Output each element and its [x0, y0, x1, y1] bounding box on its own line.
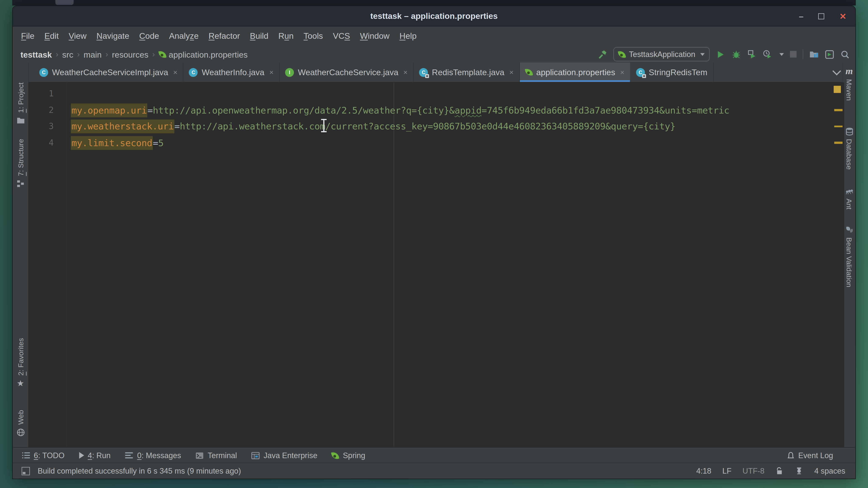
- profiler-button[interactable]: [762, 50, 772, 59]
- tool-button-terminal[interactable]: Terminal: [195, 451, 237, 460]
- tool-window-toggle-icon[interactable]: [22, 466, 30, 475]
- window-title: testtask – application.properties: [13, 6, 855, 26]
- menu-refactor[interactable]: Refactor: [204, 26, 245, 46]
- scrollbar-warning-mark[interactable]: [834, 125, 843, 127]
- tool-button-ant[interactable]: Ant: [843, 186, 855, 209]
- chevron-down-icon: [700, 53, 705, 56]
- close-icon[interactable]: ×: [509, 68, 514, 76]
- messages-icon: [125, 451, 133, 459]
- tool-button-structure[interactable]: 7: Structure: [13, 139, 28, 188]
- menu-help[interactable]: Help: [395, 26, 422, 46]
- maximize-button[interactable]: [818, 12, 825, 20]
- build-hammer-icon[interactable]: [598, 50, 607, 59]
- tab-weathercacheserviceimpl[interactable]: C WeatherCacheServiceImpl.java ×: [34, 63, 183, 82]
- unlock-icon[interactable]: [776, 466, 784, 475]
- scrollbar-warning-mark[interactable]: [834, 109, 843, 111]
- breadcrumb-file[interactable]: application.properties: [159, 50, 248, 59]
- breadcrumb-separator: ›: [77, 50, 80, 59]
- menu-build[interactable]: Build: [245, 26, 273, 46]
- run-play-icon: [79, 452, 84, 459]
- tool-button-todo[interactable]: 6: TODO: [22, 451, 64, 460]
- tab-weatherinfo[interactable]: C WeatherInfo.java ×: [184, 63, 280, 82]
- menu-tools[interactable]: Tools: [299, 26, 328, 46]
- right-tool-stripe: m Maven Database Ant Bean Validation: [843, 63, 855, 448]
- inspections-indicator[interactable]: [834, 86, 841, 93]
- close-icon[interactable]: ×: [620, 68, 624, 76]
- scrollbar-warning-mark[interactable]: [834, 142, 843, 143]
- breadcrumb-resources[interactable]: resources: [112, 50, 148, 59]
- search-everywhere-icon[interactable]: [840, 50, 849, 59]
- menu-vcs[interactable]: VCS: [328, 26, 355, 46]
- breadcrumb-main[interactable]: main: [84, 50, 102, 59]
- tool-button-spring[interactable]: Spring: [332, 451, 365, 460]
- project-layout-icon[interactable]: [809, 50, 818, 59]
- spring-icon: [331, 451, 339, 459]
- menu-run[interactable]: Run: [273, 26, 299, 46]
- property-key: my.weatherstack.uri: [71, 120, 174, 133]
- breadcrumb: testtask › src › main › resources › appl…: [21, 46, 248, 63]
- tool-button-web[interactable]: Web: [13, 410, 28, 437]
- editor-line-3: 3 my.weatherstack.uri=http://api.weather…: [28, 119, 844, 135]
- breadcrumb-project[interactable]: testtask: [21, 50, 52, 59]
- status-message[interactable]: Build completed successfully in 6 s 345 …: [38, 466, 241, 475]
- hector-inspections-icon[interactable]: [795, 466, 803, 475]
- menu-file[interactable]: File: [16, 26, 39, 46]
- minimize-button[interactable]: –: [799, 12, 804, 20]
- run-anything-terminal-icon[interactable]: [825, 50, 834, 59]
- left-tool-stripe: 1: Project 7: Structure 2: Favorites ★ W…: [13, 63, 29, 448]
- tool-button-favorites[interactable]: 2: Favorites ★: [13, 338, 28, 388]
- hidden-tabs-button[interactable]: [829, 63, 844, 82]
- line-separator-widget[interactable]: LF: [722, 466, 732, 475]
- event-log-button[interactable]: Event Log: [786, 451, 833, 460]
- terminal-icon: [195, 451, 204, 459]
- breadcrumb-src[interactable]: src: [62, 50, 73, 59]
- spring-file-icon: [158, 50, 166, 58]
- tool-button-java-enterprise[interactable]: Java Enterprise: [251, 451, 317, 460]
- maven-icon: m: [845, 67, 854, 76]
- tab-stringredistemplate[interactable]: C StringRedisTem: [630, 63, 714, 82]
- run-button[interactable]: [716, 50, 725, 59]
- run-configuration-select[interactable]: TesttaskApplication: [614, 47, 710, 61]
- caret-position-widget[interactable]: 4:18: [696, 466, 711, 475]
- tool-button-messages[interactable]: 0: Messages: [125, 451, 181, 460]
- tab-application-properties-active[interactable]: application.properties ×: [520, 63, 630, 82]
- stop-button-disabled: [790, 51, 797, 57]
- editor-tab-bar: C WeatherCacheServiceImpl.java × C Weath…: [28, 63, 844, 83]
- menu-navigate[interactable]: Navigate: [92, 26, 134, 46]
- tool-button-database[interactable]: Database: [843, 127, 855, 170]
- desktop-top-strip: [12, 0, 856, 5]
- tool-button-bean-validation[interactable]: Bean Validation: [843, 225, 855, 287]
- status-widgets: 4:18 LF UTF-8 4 spaces: [696, 466, 845, 475]
- profiler-dropdown-chevron-icon[interactable]: [779, 53, 784, 56]
- menu-window[interactable]: Window: [355, 26, 394, 46]
- titlebar[interactable]: testtask – application.properties – ✕: [13, 6, 855, 27]
- editor-line-4: 4 my.limit.second=5: [28, 135, 844, 151]
- tool-button-project[interactable]: 1: Project: [13, 83, 28, 125]
- menu-view[interactable]: View: [64, 26, 92, 46]
- breadcrumb-separator: ›: [152, 50, 155, 59]
- editor-pane[interactable]: 1 2 my.openmap.uri=http://api.openweathe…: [28, 83, 844, 448]
- mouse-ibeam-cursor: [320, 119, 327, 132]
- run-with-coverage-button[interactable]: [747, 50, 756, 59]
- line-number: 3: [28, 119, 54, 135]
- close-icon[interactable]: ×: [173, 68, 177, 76]
- tab-weathercacheservice[interactable]: I WeatherCacheService.java ×: [280, 63, 414, 82]
- tab-redistemplate[interactable]: C RedisTemplate.java ×: [414, 63, 520, 82]
- tool-button-run[interactable]: 4: Run: [79, 451, 111, 460]
- ant-icon: [845, 186, 854, 195]
- menu-edit[interactable]: Edit: [39, 26, 64, 46]
- encoding-widget[interactable]: UTF-8: [743, 466, 765, 475]
- menu-code[interactable]: Code: [134, 26, 164, 46]
- toolbar-separator: [803, 49, 803, 59]
- debug-button[interactable]: [731, 50, 741, 59]
- tool-window-bar: 6: TODO 4: Run 0: Messages Terminal: [13, 447, 855, 463]
- indent-widget[interactable]: 4 spaces: [814, 466, 845, 475]
- ide-window: testtask – application.properties – ✕ Fi…: [12, 5, 856, 479]
- close-icon[interactable]: ×: [403, 68, 407, 76]
- close-button[interactable]: ✕: [839, 12, 846, 20]
- tool-button-maven[interactable]: m Maven: [843, 67, 855, 101]
- desktop: testtask – application.properties – ✕ Fi…: [0, 0, 868, 488]
- menu-analyze[interactable]: Analyze: [164, 26, 204, 46]
- breadcrumb-separator: ›: [56, 50, 58, 59]
- close-icon[interactable]: ×: [269, 68, 274, 76]
